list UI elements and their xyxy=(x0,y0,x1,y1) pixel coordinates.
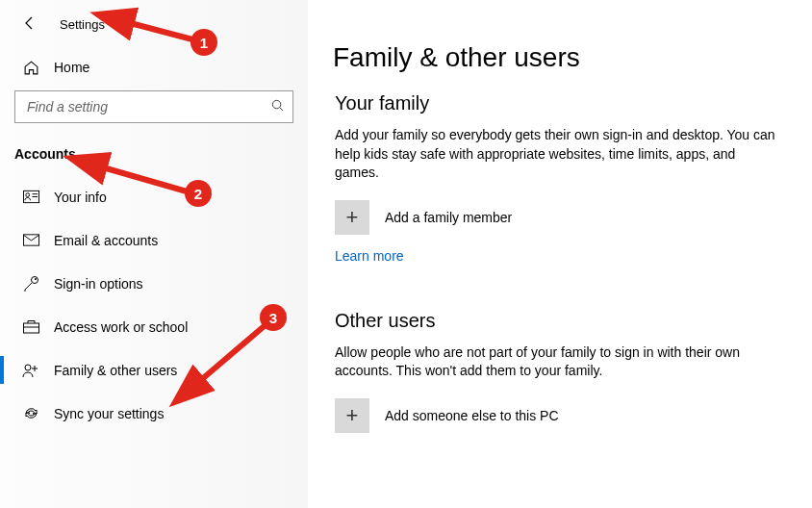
add-family-member-button[interactable]: + Add a family member xyxy=(335,200,787,235)
sidebar-item-home[interactable]: Home xyxy=(0,50,308,85)
nav-list: Your info Email & accounts Sign-in optio… xyxy=(0,175,308,435)
home-label: Home xyxy=(54,60,89,75)
sidebar-item-signin-options[interactable]: Sign-in options xyxy=(0,262,308,305)
search-box[interactable] xyxy=(14,90,293,123)
nav-label: Access work or school xyxy=(54,319,188,335)
sidebar-item-access-work-school[interactable]: Access work or school xyxy=(0,305,308,348)
nav-label: Sign-in options xyxy=(54,276,143,292)
plus-icon: + xyxy=(335,200,369,235)
nav-label: Family & other users xyxy=(54,363,177,378)
page-title: Family & other users xyxy=(333,42,787,73)
add-someone-label: Add someone else to this PC xyxy=(385,408,559,423)
key-icon xyxy=(21,274,40,293)
main-content: Family & other users Your family Add you… xyxy=(308,0,812,508)
svg-point-8 xyxy=(35,278,37,280)
people-icon xyxy=(21,361,40,380)
learn-more-link[interactable]: Learn more xyxy=(335,248,404,264)
nav-label: Sync your settings xyxy=(54,406,164,421)
briefcase-icon xyxy=(21,318,40,337)
settings-title: Settings xyxy=(60,17,105,32)
search-icon xyxy=(270,98,285,115)
sync-icon xyxy=(21,404,40,423)
sidebar-item-family-other-users[interactable]: Family & other users xyxy=(0,348,308,392)
add-family-label: Add a family member xyxy=(385,210,512,225)
category-heading: Accounts xyxy=(0,129,308,165)
section-other-users-heading: Other users xyxy=(335,310,787,332)
svg-point-0 xyxy=(272,100,280,108)
sidebar: Settings Home Accounts Your info xyxy=(0,0,308,508)
svg-point-7 xyxy=(31,277,38,284)
svg-point-3 xyxy=(25,193,29,197)
sidebar-item-your-info[interactable]: Your info xyxy=(0,175,308,218)
sidebar-item-email-accounts[interactable]: Email & accounts xyxy=(0,218,308,262)
section-your-family-heading: Your family xyxy=(335,92,787,114)
svg-rect-9 xyxy=(23,323,38,333)
section-other-users-desc: Allow people who are not part of your fa… xyxy=(335,343,777,381)
section-your-family-desc: Add your family so everybody gets their … xyxy=(335,126,777,183)
sidebar-item-sync-settings[interactable]: Sync your settings xyxy=(0,392,308,435)
add-someone-else-button[interactable]: + Add someone else to this PC xyxy=(335,398,787,433)
svg-point-11 xyxy=(25,365,31,370)
home-icon xyxy=(21,58,40,77)
back-button[interactable] xyxy=(19,13,40,35)
arrow-left-icon xyxy=(22,15,38,34)
nav-label: Your info xyxy=(54,190,107,205)
search-input[interactable] xyxy=(25,98,270,115)
nav-label: Email & accounts xyxy=(54,233,158,248)
mail-icon xyxy=(21,231,40,250)
user-card-icon xyxy=(21,188,40,207)
plus-icon: + xyxy=(335,398,369,433)
svg-line-1 xyxy=(280,108,283,111)
